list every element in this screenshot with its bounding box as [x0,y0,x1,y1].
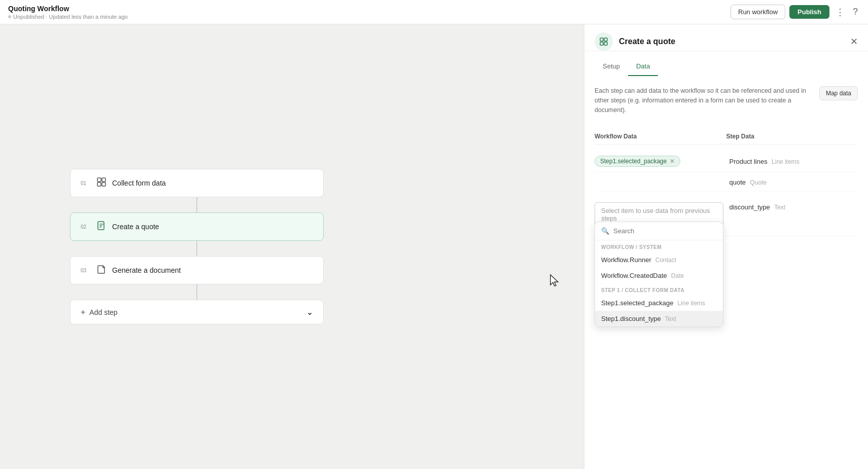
svg-rect-9 [604,38,607,41]
panel-close-button[interactable]: ✕ [850,36,858,47]
description-row: Each step can add data to the workflow s… [595,86,858,123]
add-step-card[interactable]: + Add step ⌄ [70,300,324,324]
step-2-label: Create a quote [112,223,159,231]
add-step-chevron-icon: ⌄ [306,307,313,317]
publish-button[interactable]: Publish [789,5,829,19]
workflow-canvas: 01 Collect form data 02 [0,24,394,469]
data-row-2: quote Quote [595,172,858,192]
svg-rect-0 [97,178,101,182]
workflow-step-1[interactable]: 01 Collect form data [70,169,324,197]
panel-body: Each step can add data to the workflow s… [584,76,868,469]
select-container: Select item to use data from previous st… [595,202,723,227]
dropdown-item-step1-discount-type[interactable]: Step1.discount_type Text [595,311,723,327]
panel-header-left: Create a quote [595,32,675,51]
data-table-header: Workflow Data Step Data [595,133,858,145]
more-options-button[interactable]: ⋮ [834,5,847,20]
map-data-button[interactable]: Map data [819,86,858,100]
dropdown-item-workflow-runner[interactable]: Workflow.Runner Contact [595,252,723,268]
step-2-number: 02 [81,224,91,230]
workflow-tag-1: Step1.selected_package ✕ [595,156,723,167]
panel-header: Create a quote ✕ [584,24,868,51]
step-data-2: quote Quote [730,177,858,187]
connector-2 [196,241,197,256]
panel-title: Create a quote [619,37,675,46]
dropdown-section-2-header: STEP 1 / COLLECT FORM DATA [595,283,723,295]
add-step-label: Add step [89,308,117,316]
connector-1 [196,197,197,212]
panel-description: Each step can add data to the workflow s… [595,86,811,115]
step-3-label: Generate a document [112,266,181,274]
dropdown-popup: 🔍 WORKFLOW / SYSTEM Workflow.Runner Cont… [595,222,723,327]
svg-rect-11 [604,42,607,45]
step-2-icon [97,221,106,232]
workflow-title: Quoting Workflow [8,4,731,13]
dropdown-search-input[interactable] [613,227,717,235]
step-1-icon [97,177,106,189]
workflow-step-2[interactable]: 02 Create a quote [70,212,324,241]
right-panel: Create a quote ✕ Setup Data Each step ca… [584,24,868,469]
dropdown-item-workflow-createddate[interactable]: Workflow.CreatedDate Date [595,268,723,283]
svg-rect-2 [97,183,101,186]
tab-setup[interactable]: Setup [595,57,628,76]
data-row-1: Step1.selected_package ✕ Product lines L… [595,151,858,172]
workflow-steps: 01 Collect form data 02 [70,169,324,324]
add-step-left: + Add step [81,308,118,317]
top-nav: Quoting Workflow Unpublished · Updated l… [0,0,868,24]
panel-step-icon [595,32,613,51]
data-row-3: Select item to use data from previous st… [595,192,858,236]
svg-rect-8 [600,38,603,41]
step-data-1: Product lines Line items [730,157,858,166]
nav-actions: Run workflow Publish ⋮ ? [731,5,860,20]
panel-tabs: Setup Data [584,57,868,76]
unpublished-dot [8,15,11,18]
nav-title-group: Quoting Workflow Unpublished · Updated l… [8,4,731,19]
step-3-number: 03 [81,268,91,273]
step-3-icon [97,265,106,276]
step-1-label: Collect form data [112,179,166,187]
tag-remove-1[interactable]: ✕ [670,158,675,165]
connector-3 [196,284,197,300]
step-1-number: 01 [81,181,91,186]
tab-data[interactable]: Data [628,57,658,76]
svg-rect-3 [102,183,106,186]
svg-rect-1 [102,178,106,182]
dropdown-section-1-header: WORKFLOW / SYSTEM [595,240,723,252]
dropdown-item-step1-selected-package[interactable]: Step1.selected_package Line items [595,295,723,311]
help-button[interactable]: ? [851,5,860,19]
select-col: Select item to use data from previous st… [595,198,723,231]
run-workflow-button[interactable]: Run workflow [731,5,785,19]
svg-rect-10 [600,42,603,45]
workflow-data-col-header: Workflow Data [595,133,726,140]
search-icon: 🔍 [601,227,609,235]
add-step-plus-icon: + [81,308,85,317]
step-data-3: discount_type Text [730,198,858,211]
workflow-step-3[interactable]: 03 Generate a document [70,256,324,284]
dropdown-search-row: 🔍 [595,222,723,240]
workflow-subtitle: Unpublished · Updated less than a minute… [8,14,731,20]
step-data-col-header: Step Data [726,133,858,140]
